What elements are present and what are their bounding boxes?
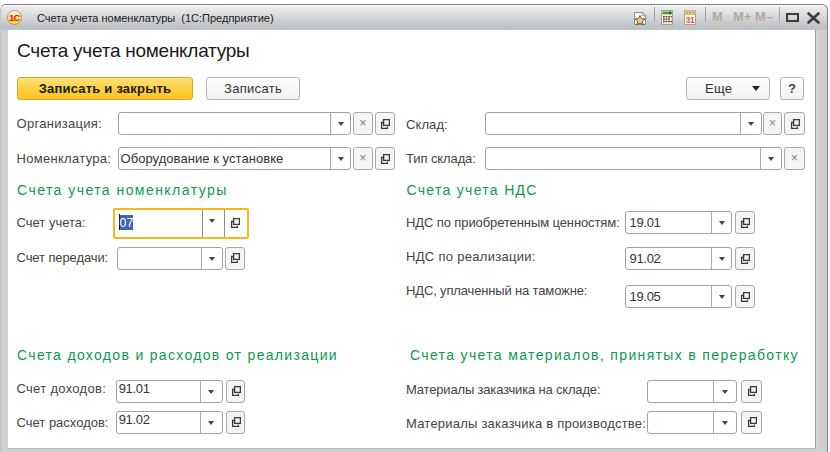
svg-text:31: 31	[686, 15, 695, 25]
